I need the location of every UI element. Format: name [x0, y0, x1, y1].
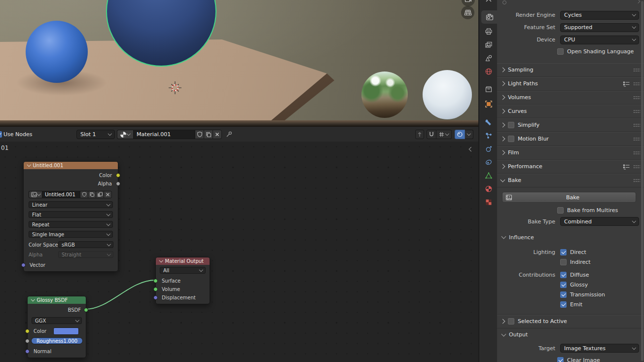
properties-tab-material[interactable]	[479, 182, 498, 195]
properties-tab-tool[interactable]	[479, 0, 498, 5]
panel-bake[interactable]: Bake	[497, 174, 644, 187]
distribution-dropdown[interactable]: GGX	[32, 317, 82, 324]
panel-volumes[interactable]: Volumes	[497, 91, 644, 105]
properties-tab-collection[interactable]	[479, 82, 498, 96]
selected-to-active-checkbox[interactable]	[508, 318, 514, 325]
influence-subpanel-header[interactable]: Influence	[497, 233, 644, 241]
extension-dropdown[interactable]: Repeat	[29, 221, 113, 228]
image-name-field[interactable]: Untitled.001	[42, 191, 80, 198]
motion-blur-checkbox[interactable]	[508, 136, 514, 142]
panel-film[interactable]: Film	[497, 146, 644, 160]
properties-tab-render[interactable]	[481, 10, 498, 24]
output-subpanel-header[interactable]: Output	[497, 328, 644, 341]
go-to-parent-node-tree-button[interactable]	[415, 130, 424, 139]
region-collapse-arrow[interactable]	[469, 147, 474, 152]
panel-curves[interactable]: Curves	[497, 105, 644, 118]
feature-set-dropdown[interactable]: Supported	[560, 23, 639, 32]
image-new-button[interactable]	[88, 191, 96, 198]
panel-performance[interactable]: Performance	[497, 160, 644, 174]
properties-tab-world[interactable]	[479, 65, 498, 78]
bake-button[interactable]: Bake	[502, 192, 636, 203]
simplify-checkbox[interactable]	[508, 122, 514, 128]
displacement-input-socket[interactable]	[153, 295, 158, 300]
properties-tab-constraints[interactable]	[479, 155, 498, 169]
transmission-checkbox[interactable]	[560, 291, 567, 298]
output-node-header[interactable]: Material Output	[156, 257, 210, 265]
snap-target-dropdown[interactable]	[436, 130, 452, 139]
osl-checkbox[interactable]	[557, 48, 564, 55]
drag-grip-icon[interactable]	[633, 96, 640, 100]
properties-tab-object[interactable]	[479, 97, 498, 110]
glossy-checkbox[interactable]	[560, 282, 567, 288]
vector-input-socket[interactable]	[21, 263, 26, 267]
image-unlink-button[interactable]	[104, 191, 112, 198]
surface-input-socket[interactable]	[153, 279, 158, 283]
properties-tab-modifiers[interactable]	[479, 115, 498, 129]
roughness-slider[interactable]: Roughness 1.000	[31, 337, 83, 344]
image-texture-node[interactable]: Untitled.001 Color Alpha	[23, 161, 118, 272]
panel-simplify[interactable]: Simplify	[497, 118, 644, 132]
image-pack-button[interactable]	[96, 191, 104, 198]
use-nodes-checkbox[interactable]	[0, 131, 2, 138]
properties-tab-physics[interactable]	[479, 142, 498, 155]
properties-tab-scene[interactable]	[479, 51, 498, 65]
glossy-bsdf-node[interactable]: Glossy BSDF BSDF GGX Color	[27, 296, 86, 358]
3d-viewport[interactable]	[0, 0, 478, 127]
properties-tab-particles[interactable]	[479, 129, 498, 142]
pin-icon[interactable]	[225, 131, 233, 138]
glossy-node-header[interactable]: Glossy BSDF	[28, 296, 86, 304]
drag-grip-icon[interactable]	[633, 165, 640, 169]
color-output-socket[interactable]	[116, 173, 120, 178]
presets-icon[interactable]	[623, 81, 630, 87]
source-dropdown[interactable]: Single Image	[29, 231, 113, 238]
image-node-header[interactable]: Untitled.001	[24, 162, 118, 169]
snap-toggle-button[interactable]	[427, 130, 436, 139]
browse-image-button[interactable]	[29, 191, 42, 198]
alpha-output-socket[interactable]	[116, 181, 120, 186]
chrome-sphere[interactable]	[361, 72, 408, 118]
selected-to-active-subpanel[interactable]: Selected to Active	[497, 314, 644, 328]
browse-material-button[interactable]	[117, 130, 133, 139]
properties-tab-texture[interactable]	[479, 195, 498, 209]
slot-dropdown[interactable]: Slot 1	[76, 130, 115, 139]
volume-input-socket[interactable]	[153, 287, 158, 291]
color-input-socket[interactable]	[25, 329, 30, 333]
drag-grip-icon[interactable]	[633, 137, 640, 141]
presets-icon[interactable]	[623, 164, 630, 170]
bsdf-output-socket[interactable]	[84, 308, 88, 312]
panel-sampling[interactable]: Sampling	[497, 63, 644, 77]
drag-grip-icon[interactable]	[633, 179, 640, 182]
new-material-button[interactable]	[204, 130, 213, 139]
fake-user-button[interactable]	[195, 130, 204, 139]
panel-light-paths[interactable]: Light Paths	[497, 77, 644, 91]
properties-tab-view-layer[interactable]	[479, 38, 498, 51]
white-sphere[interactable]	[423, 70, 472, 119]
image-fake-user-button[interactable]	[80, 191, 88, 198]
bake-from-multires-checkbox[interactable]	[557, 207, 564, 214]
overlays-toggle-button[interactable]	[455, 130, 465, 139]
drag-grip-icon[interactable]	[633, 68, 640, 72]
normal-input-socket[interactable]	[25, 349, 30, 354]
properties-tab-object-data[interactable]	[479, 169, 498, 182]
scrollbar[interactable]	[641, 1, 644, 361]
bake-type-dropdown[interactable]: Combined	[560, 217, 639, 226]
target-dropdown[interactable]: Image Textures	[560, 344, 639, 353]
drag-grip-icon[interactable]	[633, 151, 640, 155]
projection-dropdown[interactable]: Flat	[29, 211, 113, 218]
indirect-checkbox[interactable]	[560, 259, 567, 265]
emit-checkbox[interactable]	[560, 301, 567, 308]
overlays-dropdown[interactable]	[465, 130, 473, 139]
roughness-input-socket[interactable]	[25, 339, 30, 343]
diffuse-checkbox[interactable]	[560, 272, 567, 278]
color-space-dropdown[interactable]: sRGB	[58, 241, 113, 248]
unlink-material-button[interactable]	[213, 130, 222, 139]
color-swatch[interactable]	[53, 327, 79, 335]
grid-toggle-gizmo[interactable]	[461, 6, 474, 19]
properties-tab-output[interactable]	[479, 25, 498, 38]
interpolation-dropdown[interactable]: Linear	[29, 201, 113, 208]
drag-grip-icon[interactable]	[633, 82, 640, 86]
shader-node-editor[interactable]: 01 Untitled.001 Color Alpha	[0, 142, 478, 362]
drag-grip-icon[interactable]	[633, 109, 640, 113]
device-dropdown[interactable]: CPU	[560, 36, 639, 44]
clear-image-checkbox[interactable]	[557, 357, 564, 362]
